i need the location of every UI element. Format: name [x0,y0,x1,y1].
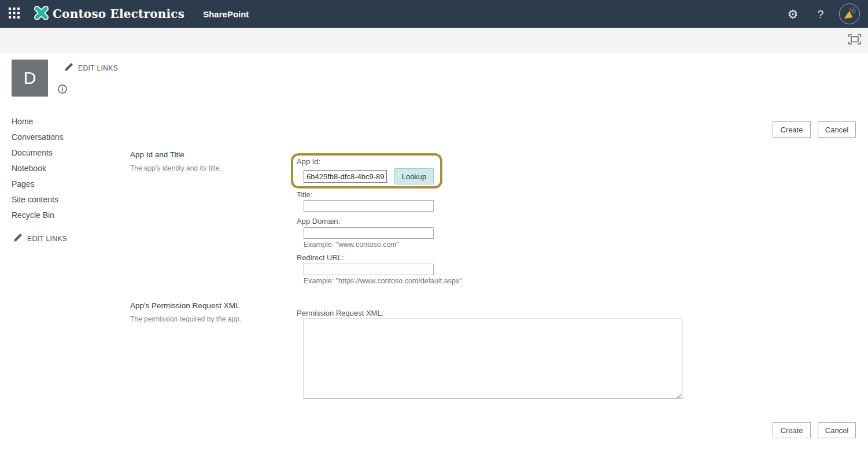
nav-item-notebook: Notebook [12,160,116,176]
nav-link-recycle-bin[interactable]: Recycle Bin [12,210,54,220]
edit-links-bottom[interactable]: EDIT LINKS [14,234,67,243]
account-avatar[interactable] [839,3,860,24]
nav-item-pages: Pages [12,176,116,191]
section-desc-permission-xml: The permission required by the app. [130,315,241,323]
app-launcher-button[interactable] [0,0,28,28]
edit-links-top[interactable]: EDIT LINKS [65,63,118,73]
focus-on-content-button[interactable] [848,35,862,46]
nav-item-site-contents: Site contents [12,191,116,207]
command-strip [0,28,868,53]
create-button-bottom[interactable]: Create [773,422,811,438]
section-desc-app-id: The app's identity and its title. [130,164,221,172]
waffle-icon [9,8,20,21]
product-name: SharePoint [203,9,249,19]
title-label: Title: [297,190,313,199]
gear-icon: ⚙ [788,8,799,20]
site-tile-letter: D [24,68,36,88]
nav-item-conversations: Conversations [12,129,116,145]
app-domain-label: App Domain: [297,217,340,226]
app-domain-input[interactable] [304,227,434,239]
app-id-label: App Id: [297,157,320,166]
nav-item-recycle-bin: Recycle Bin [12,207,116,223]
nav-link-notebook[interactable]: Notebook [12,164,46,173]
pencil-icon [14,234,22,243]
focus-on-content-icon [848,34,861,47]
redirect-url-label: Redirect URL: [297,253,344,262]
help-button[interactable]: ? [809,0,832,28]
app-id-input[interactable] [304,170,387,183]
app-domain-example: Example: "www.contoso.com" [304,241,399,249]
section-title-app-id: App Id and Title [130,150,184,159]
suite-bar-actions: ⚙ ? [781,0,868,28]
nav-item-home: Home [12,113,116,129]
site-navigation: Home Conversations Documents Notebook Pa… [12,113,116,223]
section-title-permission-xml: App's Permission Request XML [130,301,239,310]
settings-button[interactable]: ⚙ [781,0,804,28]
suite-bar: Contoso Electronics SharePoint ⚙ ? [0,0,868,28]
party-popper-icon [843,6,856,22]
info-button[interactable] [58,84,67,96]
nav-link-conversations[interactable]: Conversations [12,132,64,142]
permission-xml-label: Permission Request XML: [297,309,383,317]
edit-links-label: EDIT LINKS [27,235,67,243]
contoso-logo-icon [34,5,49,23]
redirect-url-input[interactable] [304,264,434,275]
question-mark-icon: ? [818,9,824,20]
title-input[interactable] [304,200,434,212]
site-logo-tile[interactable]: D [12,60,48,97]
cancel-button-bottom[interactable]: Cancel [818,422,856,438]
nav-link-documents[interactable]: Documents [12,148,53,157]
info-icon [58,86,67,95]
redirect-url-example: Example: "https://www.contoso.com/defaul… [304,277,462,285]
pencil-icon [65,63,73,73]
lookup-button[interactable]: Lookup [394,168,434,184]
nav-link-pages[interactable]: Pages [12,179,35,188]
nav-link-home[interactable]: Home [12,117,33,126]
nav-link-site-contents[interactable]: Site contents [12,195,58,204]
cancel-button-top[interactable]: Cancel [818,121,856,138]
create-button-top[interactable]: Create [773,121,811,138]
nav-item-documents: Documents [12,145,116,160]
brand-name: Contoso Electronics [53,7,184,21]
edit-links-label: EDIT LINKS [78,64,118,72]
brand-home-link[interactable]: Contoso Electronics [34,5,184,23]
permission-xml-textarea[interactable] [304,319,682,399]
